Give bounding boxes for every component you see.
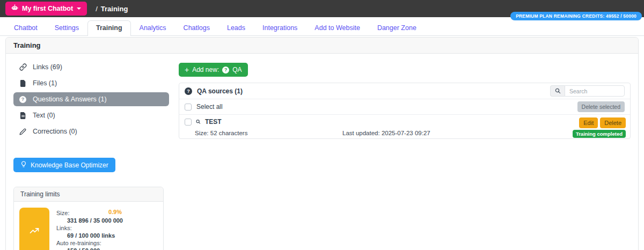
delete-selected-button[interactable]: Delete selected — [577, 101, 625, 112]
link-icon — [19, 63, 27, 71]
search-group — [550, 85, 625, 97]
chatbot-selector-button[interactable]: My first Chatbot — [5, 2, 87, 16]
sidebar-item-label: Questions & Answers (1) — [33, 95, 107, 103]
size-percent: 0.9% — [108, 209, 122, 217]
question-circle-icon: ? — [185, 87, 192, 95]
select-all-row: Select all Delete selected — [179, 99, 630, 114]
status-badge: Training completed — [573, 130, 626, 138]
premium-credits-badge: PREMIUM PLAN REMAINING CREDITS: 49552 / … — [510, 12, 642, 20]
tab-chatbot[interactable]: Chatbot — [5, 20, 46, 35]
search-icon — [550, 85, 565, 97]
training-limits-body: Size: 0.9% 331 896 / 35 000 000 Links: 6… — [14, 202, 163, 250]
add-button-label: Add new: — [192, 66, 219, 73]
tab-analytics[interactable]: Analytics — [131, 20, 175, 35]
sidebar-item-files[interactable]: Files (1) — [13, 76, 169, 90]
sidebar-item-text[interactable]: Text (0) — [13, 108, 169, 122]
optimizer-button-label: Knowledge Base Optimizer — [31, 161, 108, 169]
qa-sources-title: QA sources (1) — [197, 87, 243, 95]
sidebar-item-links[interactable]: Links (69) — [13, 60, 169, 74]
tab-chatlogs[interactable]: Chatlogs — [175, 20, 218, 35]
file-text-icon — [19, 112, 27, 119]
sidebar-item-label: Files (1) — [33, 79, 57, 87]
question-circle-icon: ? — [222, 67, 229, 73]
training-sidebar: Links (69) Files (1) ? Questions & Answe… — [13, 60, 169, 250]
file-icon — [19, 80, 27, 87]
sidebar-item-questions-answers[interactable]: ? Questions & Answers (1) — [13, 92, 169, 106]
sidebar-item-label: Corrections (0) — [33, 128, 77, 135]
delete-button[interactable]: Delete — [600, 117, 626, 128]
lightbulb-icon — [20, 161, 27, 169]
auto-retrainings-label: Auto re-trainings: — [56, 240, 123, 247]
links-value: 69 / 100 000 links — [56, 232, 123, 239]
select-all-text: Select all — [196, 103, 223, 111]
row-checkbox[interactable] — [185, 119, 192, 126]
question-circle-icon: ? — [19, 96, 27, 103]
knowledge-base-optimizer-button[interactable]: Knowledge Base Optimizer — [13, 158, 115, 172]
training-card: Training Links (69) Files (1) ? — [5, 37, 639, 250]
qa-sources-panel: ? QA sources (1) Sel — [179, 83, 631, 139]
auto-retrainings-value: 159 / 50 000 — [56, 247, 123, 250]
page-title: Training — [6, 38, 638, 54]
tab-training[interactable]: Training — [87, 20, 131, 36]
app-root: My first Chatbot / Training PREMIUM PLAN… — [0, 0, 644, 250]
tab-add-to-website[interactable]: Add to Website — [306, 20, 369, 35]
edit-button[interactable]: Edit — [579, 117, 598, 128]
training-limits-card: Training limits Size: 0.9% 331 896 / 35 … — [13, 187, 164, 250]
training-limits-title: Training limits — [14, 187, 163, 202]
sidebar-item-corrections[interactable]: Corrections (0) — [13, 124, 169, 138]
source-title: TEST — [205, 118, 222, 126]
robot-icon — [11, 4, 18, 13]
training-limits-stats: Size: 0.9% 331 896 / 35 000 000 Links: 6… — [56, 208, 123, 250]
chart-line-icon — [19, 208, 49, 250]
select-all-label: Select all — [185, 103, 223, 111]
size-label: Size: — [56, 210, 69, 217]
sidebar-item-label: Links (69) — [33, 63, 62, 71]
source-last-updated: Last updated: 2025-07-23 09:27 — [342, 130, 430, 136]
card-body: Links (69) Files (1) ? Questions & Answe… — [6, 54, 638, 250]
breadcrumb: Training — [101, 5, 128, 13]
select-all-checkbox[interactable] — [185, 104, 192, 111]
source-size: Size: 52 characters — [195, 130, 342, 136]
search-input[interactable] — [565, 85, 625, 97]
qa-panel-header: ? QA sources (1) — [179, 83, 630, 99]
tab-danger-zone[interactable]: Danger Zone — [369, 20, 425, 35]
pencil-icon — [19, 128, 27, 135]
add-button-qa-label: QA — [232, 66, 241, 73]
size-value: 331 896 / 35 000 000 — [56, 217, 123, 224]
caret-down-icon — [77, 8, 81, 10]
add-new-qa-button[interactable]: + Add new: ? QA — [179, 63, 248, 77]
table-row: TEST Size: 52 characters Last updated: 2… — [179, 114, 630, 138]
sidebar-item-label: Text (0) — [33, 112, 55, 119]
tab-integrations[interactable]: Integrations — [254, 20, 306, 35]
plus-icon: + — [185, 67, 189, 72]
training-main: + Add new: ? QA ? QA sources (1) — [179, 60, 631, 250]
chatbot-selector-label: My first Chatbot — [22, 5, 73, 12]
links-label: Links: — [56, 225, 123, 232]
qa-item-icon — [196, 119, 201, 124]
tab-settings[interactable]: Settings — [46, 20, 87, 35]
breadcrumb-separator: / — [96, 5, 98, 13]
tab-leads[interactable]: Leads — [218, 20, 254, 35]
